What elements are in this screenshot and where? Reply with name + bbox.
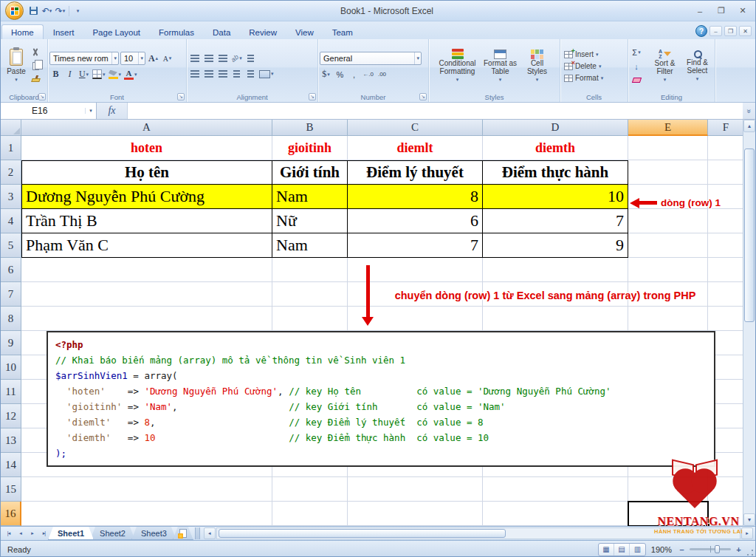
ribbon-tab-formulas[interactable]: Formulas <box>150 25 203 39</box>
wrap-text-button[interactable] <box>244 52 257 65</box>
chevron-down-icon[interactable]: ▾ <box>536 75 539 83</box>
cell-A7[interactable] <box>21 282 272 307</box>
zoom-out-button[interactable]: – <box>677 545 687 554</box>
page-break-view-button[interactable]: ▥ <box>630 544 645 556</box>
cell-E5[interactable] <box>628 233 708 258</box>
find-select-button[interactable]: Find & Select ▾ <box>682 48 713 84</box>
copy-button[interactable] <box>30 60 42 72</box>
cell-C15[interactable] <box>348 477 483 502</box>
align-top-button[interactable] <box>188 52 201 65</box>
cell-B6[interactable] <box>272 258 348 282</box>
scroll-up-button[interactable]: ▴ <box>743 120 755 132</box>
row-header-4[interactable]: 4 <box>1 209 21 233</box>
format-cells-button[interactable]: Format ▾ <box>562 73 605 83</box>
cell-A5[interactable]: Phạm Văn C <box>21 233 272 258</box>
row-header-3[interactable]: 3 <box>1 185 21 209</box>
cut-button[interactable] <box>30 46 42 58</box>
cell-E4[interactable] <box>628 209 708 233</box>
fill-color-button[interactable]: ▾ <box>108 68 123 81</box>
alignment-dialog-launcher[interactable]: ↘ <box>309 93 316 100</box>
tab-scrollbar-splitter[interactable] <box>195 527 200 539</box>
cell-A15[interactable] <box>21 477 272 502</box>
row-header-5[interactable]: 5 <box>1 233 21 258</box>
cell-D16[interactable] <box>483 502 628 526</box>
cell-D15[interactable] <box>483 477 628 502</box>
autosum-button[interactable]: Σ▾ <box>630 46 643 58</box>
cell-B5[interactable]: Nam <box>272 233 348 258</box>
cell-E8[interactable] <box>628 307 708 331</box>
chevron-down-icon[interactable]: ▾ <box>119 72 122 78</box>
chevron-down-icon[interactable]: ▾ <box>638 49 641 55</box>
align-bottom-button[interactable] <box>216 52 229 65</box>
increase-decimal-button[interactable]: ←.0 <box>362 68 374 81</box>
chevron-down-icon[interactable]: ▾ <box>85 108 96 114</box>
cell-A16[interactable] <box>21 502 272 526</box>
orientation-button[interactable]: ab▾ <box>230 52 243 65</box>
chevron-down-icon[interactable]: ▾ <box>86 72 89 78</box>
cell-F4[interactable] <box>708 209 744 233</box>
cell-B4[interactable]: Nữ <box>272 209 348 233</box>
cell-B2[interactable]: Giới tính <box>272 160 348 185</box>
chevron-down-icon[interactable]: ▾ <box>696 75 699 83</box>
chevron-down-icon[interactable]: ▾ <box>601 75 604 81</box>
cell-B1[interactable]: gioitinh <box>272 136 348 160</box>
maximize-button[interactable]: ❐ <box>711 4 732 18</box>
cell-D4[interactable]: 7 <box>483 209 628 233</box>
sheet-tab-sheet2[interactable]: Sheet2 <box>90 527 135 540</box>
insert-function-button[interactable]: fx <box>97 103 128 119</box>
shrink-font-button[interactable]: A▾ <box>161 52 173 65</box>
vertical-scroll-thumb[interactable] <box>744 148 755 322</box>
zoom-level[interactable]: 190% <box>651 545 672 554</box>
column-header-B[interactable]: B <box>272 120 348 136</box>
bold-button[interactable]: B <box>49 68 62 81</box>
row-header-2[interactable]: 2 <box>1 160 21 185</box>
decrease-indent-button[interactable] <box>230 68 243 81</box>
close-button[interactable]: ✕ <box>732 4 753 18</box>
format-as-table-button[interactable]: Format as Table ▾ <box>482 48 519 85</box>
row-header-9[interactable]: 9 <box>1 331 21 355</box>
scroll-left-button[interactable]: ◂ <box>204 527 216 539</box>
font-name-combo[interactable]: Times new rom ▾ <box>49 52 119 65</box>
increase-indent-button[interactable] <box>244 68 257 81</box>
customize-qat-button[interactable]: ▾ <box>72 4 84 18</box>
horizontal-scroll-thumb[interactable] <box>219 529 506 538</box>
column-header-F[interactable]: F <box>708 120 744 136</box>
percent-button[interactable]: % <box>334 68 346 81</box>
cell-C4[interactable]: 6 <box>348 209 483 233</box>
column-header-D[interactable]: D <box>483 120 628 136</box>
last-sheet-button[interactable]: ▸| <box>38 528 49 539</box>
fill-button[interactable]: ↓ <box>630 60 643 72</box>
delete-cells-button[interactable]: Delete ▾ <box>562 61 603 71</box>
next-sheet-button[interactable]: ▸ <box>27 528 38 539</box>
number-dialog-launcher[interactable]: ↘ <box>419 93 427 100</box>
chevron-down-icon[interactable]: ▾ <box>103 72 106 78</box>
cell-F1[interactable] <box>708 136 744 160</box>
vertical-scroll-track[interactable] <box>743 132 755 513</box>
column-header-A[interactable]: A <box>21 120 272 136</box>
chevron-down-icon[interactable]: ▾ <box>134 72 137 78</box>
cell-E6[interactable] <box>628 258 708 282</box>
zoom-in-button[interactable]: + <box>734 545 743 554</box>
formula-input[interactable] <box>128 103 743 119</box>
cell-E1[interactable] <box>628 136 708 160</box>
cell-E2[interactable] <box>628 160 708 185</box>
ribbon-tab-view[interactable]: View <box>286 25 323 39</box>
cell-A8[interactable] <box>21 307 272 331</box>
page-layout-view-button[interactable]: ▤ <box>614 544 630 556</box>
expand-formula-bar-button[interactable]: » <box>743 103 755 119</box>
row-header-13[interactable]: 13 <box>1 428 21 453</box>
font-color-button[interactable]: A▾ <box>123 68 138 81</box>
number-format-combo[interactable]: General ▾ <box>320 52 422 65</box>
workbook-close-button[interactable]: ✕ <box>739 26 752 36</box>
cell-A2[interactable]: Họ tên <box>21 160 272 185</box>
comma-button[interactable]: , <box>348 68 360 81</box>
cell-B3[interactable]: Nam <box>272 185 348 209</box>
chevron-down-icon[interactable]: ▾ <box>138 52 145 64</box>
cell-C5[interactable]: 7 <box>348 233 483 258</box>
cell-D5[interactable]: 9 <box>483 233 628 258</box>
cell-D3[interactable]: 10 <box>483 185 628 209</box>
align-center-button[interactable] <box>202 68 215 81</box>
underline-button[interactable]: U▾ <box>78 68 90 81</box>
chevron-down-icon[interactable]: ▾ <box>599 64 602 69</box>
currency-button[interactable]: $▾ <box>320 68 332 81</box>
